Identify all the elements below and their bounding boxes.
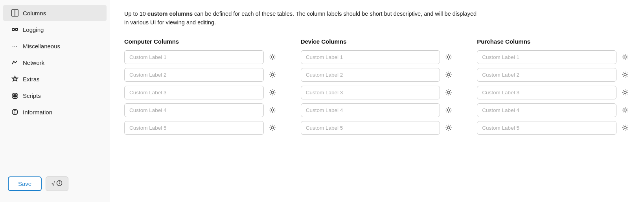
device-column-row-5 xyxy=(301,121,454,135)
computer-gear-button-4[interactable] xyxy=(268,105,277,115)
computer-label-input-4[interactable] xyxy=(124,103,264,117)
sidebar-item-information[interactable]: Information xyxy=(3,104,107,120)
svg-marker-5 xyxy=(13,76,18,81)
svg-point-11 xyxy=(15,110,15,111)
device-label-input-3[interactable] xyxy=(301,86,440,99)
columns-icon xyxy=(11,9,19,17)
computer-gear-button-1[interactable] xyxy=(268,52,277,62)
checkmark-icon: √ xyxy=(52,180,55,187)
svg-point-21 xyxy=(447,73,450,76)
extras-icon xyxy=(11,75,19,83)
computer-label-input-1[interactable] xyxy=(124,50,264,64)
device-columns-section: Device Columns xyxy=(301,38,454,139)
device-column-row-1 xyxy=(301,50,454,64)
information-icon xyxy=(11,108,19,116)
sidebar-label-columns: Columns xyxy=(23,10,46,17)
svg-point-16 xyxy=(271,73,274,76)
device-columns-heading: Device Columns xyxy=(301,38,454,45)
svg-point-18 xyxy=(271,109,274,111)
description-prefix: Up to 10 xyxy=(124,11,147,17)
purchase-label-input-3[interactable] xyxy=(477,86,616,99)
svg-point-27 xyxy=(624,91,626,94)
svg-point-14 xyxy=(59,182,60,182)
purchase-gear-button-3[interactable] xyxy=(620,88,630,97)
computer-column-row-2 xyxy=(124,68,277,82)
device-label-input-2[interactable] xyxy=(301,68,440,82)
device-label-input-5[interactable] xyxy=(301,121,440,135)
computer-gear-button-3[interactable] xyxy=(268,88,277,97)
svg-point-24 xyxy=(447,127,450,129)
purchase-column-row-3 xyxy=(477,86,630,99)
sidebar-item-columns[interactable]: Columns xyxy=(3,5,107,21)
device-gear-button-1[interactable] xyxy=(444,52,453,62)
svg-point-29 xyxy=(624,127,626,129)
device-label-input-4[interactable] xyxy=(301,103,440,117)
device-column-row-2 xyxy=(301,68,454,82)
sidebar-item-scripts[interactable]: Scripts xyxy=(3,88,107,103)
computer-column-row-3 xyxy=(124,86,277,99)
columns-grid: Computer Columns xyxy=(124,38,630,139)
device-gear-button-4[interactable] xyxy=(444,105,453,115)
miscellaneous-icon: ··· xyxy=(11,42,19,50)
device-gear-button-3[interactable] xyxy=(444,88,453,97)
svg-point-20 xyxy=(447,56,450,58)
computer-label-input-2[interactable] xyxy=(124,68,264,82)
svg-point-23 xyxy=(447,109,450,111)
computer-column-row-4 xyxy=(124,103,277,117)
purchase-column-row-2 xyxy=(477,68,630,82)
sidebar-label-network: Network xyxy=(23,59,44,66)
sidebar-label-scripts: Scripts xyxy=(23,92,41,99)
sidebar-label-information: Information xyxy=(23,109,52,116)
network-icon xyxy=(11,59,19,66)
sidebar-label-extras: Extras xyxy=(23,76,40,83)
device-label-input-1[interactable] xyxy=(301,50,440,64)
device-gear-button-2[interactable] xyxy=(444,70,453,79)
purchase-label-input-2[interactable] xyxy=(477,68,616,82)
description-bold: custom columns xyxy=(147,11,193,17)
computer-columns-section: Computer Columns xyxy=(124,38,277,139)
purchase-label-input-5[interactable] xyxy=(477,121,616,135)
purchase-column-row-1 xyxy=(477,50,630,64)
sidebar-item-extras[interactable]: Extras xyxy=(3,71,107,87)
purchase-columns-heading: Purchase Columns xyxy=(477,38,630,45)
sidebar-footer: Save √ xyxy=(0,170,110,197)
sidebar-label-miscellaneous: Miscellaneous xyxy=(23,43,60,50)
computer-gear-button-5[interactable] xyxy=(268,123,277,132)
computer-column-row-1 xyxy=(124,50,277,64)
purchase-gear-button-2[interactable] xyxy=(620,70,630,79)
svg-point-28 xyxy=(624,109,626,111)
computer-columns-heading: Computer Columns xyxy=(124,38,277,45)
computer-label-input-5[interactable] xyxy=(124,121,264,135)
purchase-label-input-4[interactable] xyxy=(477,103,616,117)
purchase-gear-button-4[interactable] xyxy=(620,105,630,115)
computer-column-row-5 xyxy=(124,121,277,135)
info-circle-icon xyxy=(56,180,63,187)
purchase-gear-button-5[interactable] xyxy=(620,123,630,132)
device-column-row-4 xyxy=(301,103,454,117)
save-button[interactable]: Save xyxy=(8,176,42,191)
svg-point-3 xyxy=(15,28,18,31)
sidebar-label-logging: Logging xyxy=(23,26,44,33)
purchase-column-row-5 xyxy=(477,121,630,135)
purchase-columns-section: Purchase Columns xyxy=(477,38,630,139)
svg-point-26 xyxy=(624,73,626,76)
sidebar: Columns Logging ··· Miscellaneous Netw xyxy=(0,0,110,202)
sidebar-item-network[interactable]: Network xyxy=(3,55,107,70)
purchase-label-input-1[interactable] xyxy=(477,50,616,64)
svg-point-19 xyxy=(271,127,274,129)
check-button[interactable]: √ xyxy=(46,176,68,191)
sidebar-item-logging[interactable]: Logging xyxy=(3,22,107,37)
description-text: Up to 10 custom columns can be defined f… xyxy=(124,9,478,27)
computer-gear-button-2[interactable] xyxy=(268,70,277,79)
main-content: Up to 10 custom columns can be defined f… xyxy=(110,0,644,202)
logging-icon xyxy=(11,26,19,33)
purchase-column-row-4 xyxy=(477,103,630,117)
device-gear-button-5[interactable] xyxy=(444,123,453,132)
app-layout: Columns Logging ··· Miscellaneous Netw xyxy=(0,0,644,202)
svg-point-17 xyxy=(271,91,274,94)
purchase-gear-button-1[interactable] xyxy=(620,52,630,62)
scripts-icon xyxy=(11,92,19,99)
computer-label-input-3[interactable] xyxy=(124,86,264,99)
svg-point-2 xyxy=(12,28,15,31)
sidebar-item-miscellaneous[interactable]: ··· Miscellaneous xyxy=(3,38,107,54)
